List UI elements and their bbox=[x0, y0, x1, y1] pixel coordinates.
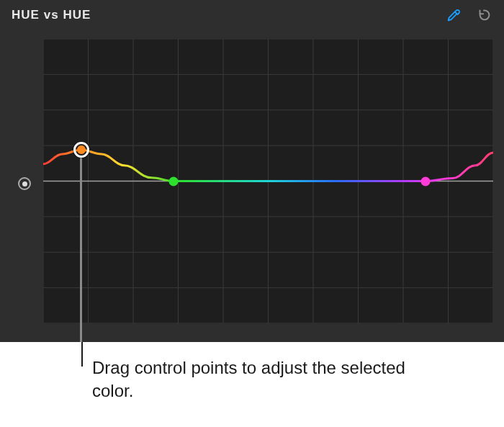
control-point[interactable] bbox=[73, 142, 89, 158]
curve-graph[interactable] bbox=[43, 39, 493, 323]
caption-area: Drag control points to adjust the select… bbox=[0, 342, 504, 427]
hue-vs-hue-panel: HUE vs HUE bbox=[0, 0, 504, 342]
panel-header: HUE vs HUE bbox=[0, 0, 504, 30]
eyedropper-icon bbox=[446, 7, 462, 23]
y-axis-handle[interactable] bbox=[18, 177, 31, 190]
eyedropper-button[interactable] bbox=[445, 6, 462, 24]
callout-line bbox=[81, 342, 83, 367]
control-point[interactable] bbox=[169, 176, 179, 186]
reset-button[interactable] bbox=[475, 6, 492, 24]
vertical-indicator bbox=[80, 157, 82, 342]
caption-text: Drag control points to adjust the select… bbox=[92, 356, 409, 403]
control-point[interactable] bbox=[421, 176, 431, 186]
header-tools bbox=[445, 6, 492, 24]
reset-icon bbox=[476, 7, 492, 23]
panel-title: HUE vs HUE bbox=[12, 8, 91, 22]
